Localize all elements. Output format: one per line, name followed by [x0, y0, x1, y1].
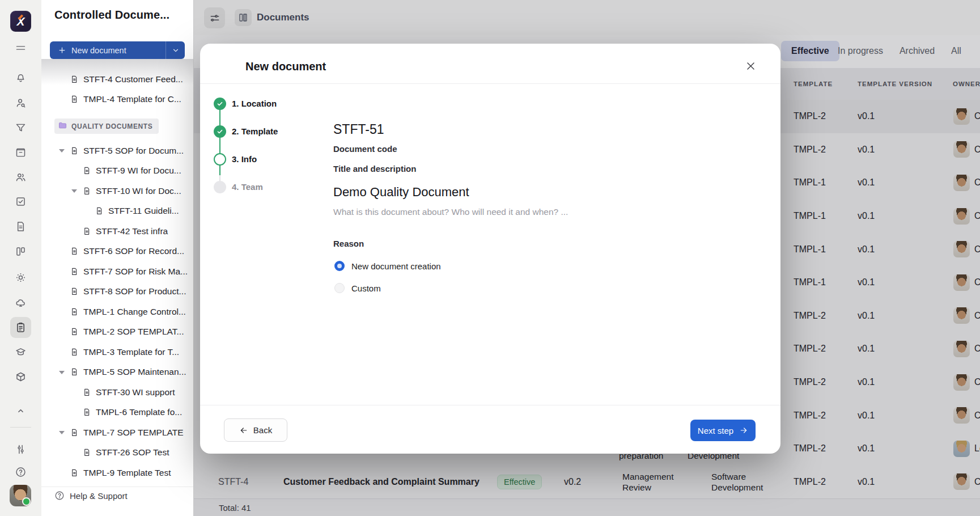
document-page-icon: [70, 287, 79, 296]
app-logo[interactable]: X: [10, 11, 31, 32]
user-search-icon[interactable]: [10, 92, 31, 113]
document-page-icon: [70, 348, 79, 357]
document-page-icon: [82, 166, 91, 175]
step-label[interactable]: 1. Location: [232, 99, 277, 108]
question-icon: [54, 490, 65, 501]
archive-icon[interactable]: [10, 142, 31, 163]
tree-item[interactable]: STFT-10 WI for Doc...: [41, 181, 193, 201]
caret-down-icon[interactable]: [59, 149, 65, 153]
tree-item-label: TMPL-2 SOP TEMPLAT...: [83, 327, 184, 337]
tree-item[interactable]: STFT-30 WI support: [41, 382, 193, 403]
help-circle-icon[interactable]: [10, 462, 31, 483]
tree-item-label: TMPL-5 SOP Maintenan...: [83, 367, 186, 377]
tree-item-label: STFT-30 WI support: [96, 387, 175, 397]
tree-item-label: TMPL-1 Change Control...: [83, 307, 186, 317]
new-document-dropdown[interactable]: [166, 41, 185, 59]
document-title-input[interactable]: Demo Quality Document: [333, 185, 469, 200]
users-icon[interactable]: [10, 167, 31, 188]
reason-radio-selected[interactable]: New document creation: [334, 261, 441, 271]
caret-down-icon[interactable]: [59, 371, 65, 374]
sidebar-divider: [41, 487, 193, 487]
document-icon[interactable]: [10, 216, 31, 237]
step-label[interactable]: 3. Info: [232, 154, 257, 164]
tree-item[interactable]: STFT-26 SOP Test: [41, 443, 193, 463]
tree-item-label: STFT-11 Guideli...: [108, 206, 179, 216]
tree-item-label: TMPL-9 Template Test: [83, 468, 171, 478]
tree-item[interactable]: TMPL-1 Change Control...: [41, 302, 193, 322]
menu-icon[interactable]: [10, 37, 31, 58]
tree-item[interactable]: TMPL-2 SOP TEMPLAT...: [41, 322, 193, 342]
tree-item-label: TMPL-4 Template for C...: [83, 94, 181, 104]
bell-icon[interactable]: [10, 67, 31, 88]
sliders-icon[interactable]: [10, 439, 31, 460]
caret-down-icon[interactable]: [71, 189, 77, 193]
tree-item[interactable]: STFT-5 SOP for Docum...: [41, 141, 193, 161]
package-icon[interactable]: [10, 366, 31, 387]
tree-item[interactable]: TMPL-3 Template for T...: [41, 342, 193, 362]
caret-down-icon[interactable]: [59, 431, 65, 434]
help-support-link[interactable]: Help & Support: [54, 490, 128, 501]
tree-item-label: STFT-10 WI for Doc...: [96, 186, 181, 196]
icon-rail: X: [0, 0, 42, 516]
tree-item[interactable]: TMPL-7 SOP TEMPLATE: [41, 422, 193, 443]
user-avatar[interactable]: [10, 485, 31, 506]
radio-icon[interactable]: [334, 283, 345, 293]
kanban-icon[interactable]: [10, 241, 31, 262]
tree-item[interactable]: TMPL-4 Template for C...: [41, 90, 193, 110]
tree-item-label: STFT-5 SOP for Docum...: [83, 146, 184, 156]
close-button[interactable]: [742, 57, 759, 74]
document-page-icon: [95, 206, 104, 215]
step-label[interactable]: 2. Template: [232, 126, 278, 136]
sun-icon[interactable]: [10, 267, 31, 288]
next-step-button[interactable]: Next step: [690, 420, 756, 441]
graduation-cap-icon[interactable]: [10, 341, 31, 362]
arrow-left-icon: [239, 426, 248, 435]
plus-icon: [58, 46, 66, 54]
tree-item[interactable]: STFT-7 SOP for Risk Ma...: [41, 261, 193, 282]
tree-item[interactable]: STFT-42 Test infra: [41, 221, 193, 242]
step-circle-2: [214, 125, 226, 138]
tree-item-label: STFT-8 SOP for Product...: [83, 286, 186, 297]
document-page-icon: [82, 227, 91, 236]
reason-label: Reason: [333, 239, 364, 248]
online-status-dot: [22, 497, 31, 506]
rail-divider: [10, 427, 31, 428]
reason-radio-option[interactable]: Custom: [334, 283, 381, 293]
document-page-icon: [70, 247, 79, 256]
tree-item[interactable]: STFT-9 WI for Docu...: [41, 161, 193, 181]
document-page-icon: [70, 307, 79, 316]
radio-icon[interactable]: [334, 261, 345, 271]
back-button[interactable]: Back: [224, 418, 287, 442]
arrow-right-icon: [739, 426, 748, 435]
document-page-icon: [70, 327, 79, 336]
collapse-up-icon[interactable]: [10, 400, 31, 421]
document-page-icon: [70, 468, 79, 477]
clipboard-icon[interactable]: [10, 317, 31, 338]
step-label[interactable]: 4. Team: [232, 182, 263, 192]
step-circle-3: [214, 153, 226, 166]
tree-item[interactable]: TMPL-6 Template fo...: [41, 403, 193, 423]
step-circle-4: [214, 181, 226, 193]
folder-icon: [58, 121, 71, 132]
filter-icon[interactable]: [10, 117, 31, 138]
tree-item[interactable]: TMPL-5 SOP Maintenan...: [41, 362, 193, 383]
title-description-label: Title and description: [333, 164, 416, 174]
task-check-icon[interactable]: [10, 191, 31, 212]
document-code-value: STFT-51: [333, 122, 384, 137]
tree-section-quality-documents[interactable]: QUALITY DOCUMENTS: [54, 119, 159, 134]
tree-item[interactable]: STFT-8 SOP for Product...: [41, 282, 193, 302]
document-page-icon: [70, 95, 79, 104]
document-page-icon: [70, 428, 79, 437]
tree-item[interactable]: STFT-6 SOP for Record...: [41, 242, 193, 262]
document-description-input[interactable]: What is this document about? Who will ne…: [333, 207, 568, 217]
new-document-modal: New document 1. Location2. Template3. In…: [200, 44, 780, 454]
tree-item[interactable]: STFT-4 Customer Feed...: [41, 69, 193, 90]
close-icon: [745, 61, 756, 71]
cloud-icon[interactable]: [10, 292, 31, 313]
new-document-button[interactable]: New document: [50, 41, 185, 59]
panel-title: Controlled Docume...: [54, 9, 169, 22]
tree-item[interactable]: TMPL-9 Template Test: [41, 463, 193, 483]
document-page-icon: [70, 75, 79, 84]
tree-item[interactable]: STFT-11 Guideli...: [41, 201, 193, 222]
tree-item-label: STFT-7 SOP for Risk Ma...: [83, 267, 188, 277]
